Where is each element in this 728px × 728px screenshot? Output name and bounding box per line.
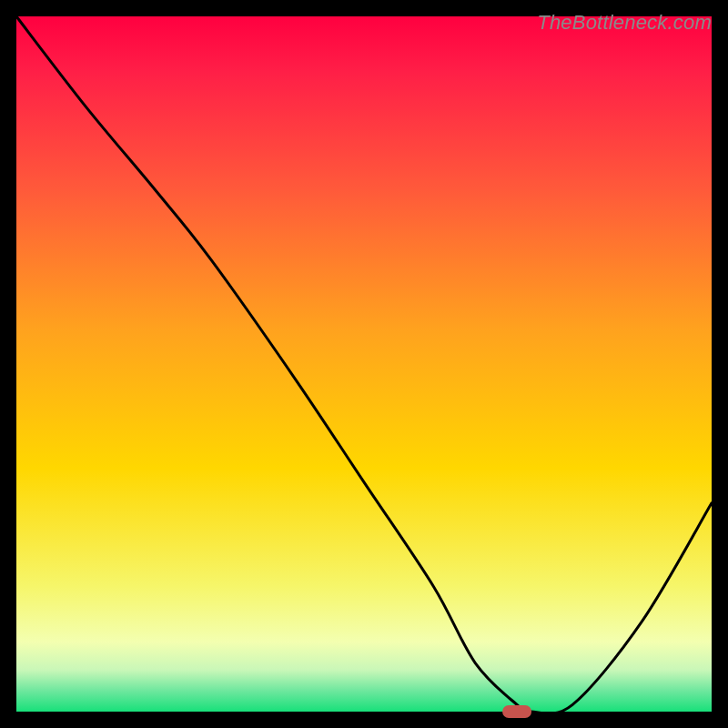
svg-rect-2 [502,705,531,718]
svg-rect-1 [16,16,712,712]
bottleneck-chart [0,0,728,728]
chart-container: TheBottleneck.com [0,0,728,728]
watermark-text: TheBottleneck.com [537,11,712,35]
